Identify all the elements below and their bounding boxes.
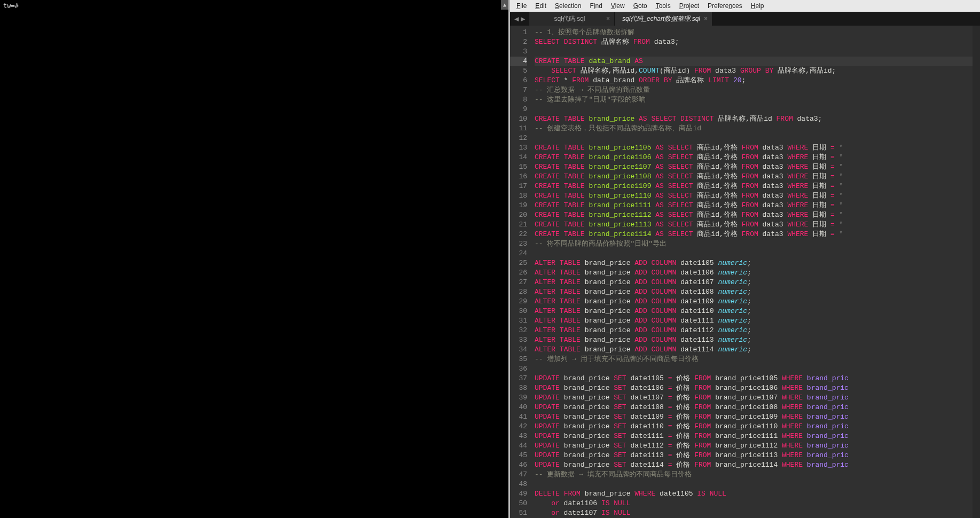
code-line[interactable]: CREATE TABLE brand_price1112 AS SELECT 商…	[535, 210, 980, 220]
code-line[interactable]: UPDATE brand_price SET date1113 = 价格 FRO…	[535, 451, 980, 460]
code-line[interactable]	[535, 249, 980, 258]
line-number: 35	[510, 355, 527, 364]
code-line[interactable]	[535, 134, 980, 143]
line-number: 5	[510, 66, 527, 76]
code-line[interactable]: -- 这里去除掉了"日期"字段的影响	[535, 95, 980, 105]
line-number: 14	[510, 153, 527, 162]
line-number: 38	[510, 383, 527, 393]
tab-bar: ◀ ▶ sql代码.sql × sql代码_echart数据整理.sql ×	[510, 12, 980, 26]
close-icon[interactable]: ×	[606, 15, 610, 22]
code-line[interactable]: CREATE TABLE brand_price1114 AS SELECT 商…	[535, 230, 980, 239]
code-line[interactable]: ALTER TABLE brand_price ADD COLUMN date1…	[535, 287, 980, 297]
code-line[interactable]	[535, 364, 980, 374]
code-line[interactable]: ALTER TABLE brand_price ADD COLUMN date1…	[535, 297, 980, 307]
code-line[interactable]: DELETE FROM brand_price WHERE date1105 I…	[535, 489, 980, 499]
code-line[interactable]: CREATE TABLE brand_price1105 AS SELECT 商…	[535, 143, 980, 153]
vertical-scrollbar[interactable]	[973, 26, 980, 518]
line-number: 29	[510, 297, 527, 307]
code-line[interactable]: ALTER TABLE brand_price ADD COLUMN date1…	[535, 335, 980, 345]
line-number: 33	[510, 335, 527, 345]
tab-next-icon[interactable]: ▶	[520, 15, 526, 22]
menu-file[interactable]: File	[512, 1, 531, 11]
tab-active[interactable]: sql代码_echart数据整理.sql ×	[615, 12, 712, 26]
menu-find[interactable]: Find	[585, 1, 606, 11]
line-number: 39	[510, 393, 527, 403]
code-line[interactable]: UPDATE brand_price SET date1108 = 价格 FRO…	[535, 403, 980, 412]
code-line[interactable]: or date1107 IS NULL	[535, 508, 980, 518]
code-line[interactable]: -- 创建空表格，只包括不同品牌的品牌名称、商品id	[535, 124, 980, 134]
code-line[interactable]: CREATE TABLE brand_price1108 AS SELECT 商…	[535, 172, 980, 182]
code-line[interactable]: UPDATE brand_price SET date1112 = 价格 FRO…	[535, 441, 980, 451]
code-line[interactable]: CREATE TABLE brand_price1109 AS SELECT 商…	[535, 182, 980, 191]
code-line[interactable]: -- 1、按照每个品牌做数据拆解	[535, 28, 980, 37]
code-line[interactable]: CREATE TABLE brand_price1110 AS SELECT 商…	[535, 191, 980, 201]
line-number: 2	[510, 37, 527, 47]
code-line[interactable]: UPDATE brand_price SET date1111 = 价格 FRO…	[535, 431, 980, 441]
menu-preferences[interactable]: Preferences	[703, 1, 747, 11]
code-line[interactable]: SELECT 品牌名称,商品id,COUNT(商品id) FROM data3 …	[535, 66, 980, 76]
line-number: 49	[510, 489, 527, 499]
line-number: 27	[510, 278, 527, 287]
tab-prev-icon[interactable]: ◀	[513, 15, 520, 22]
menu-goto[interactable]: Goto	[629, 1, 652, 11]
line-number: 11	[510, 124, 527, 134]
menu-tools[interactable]: Tools	[652, 1, 675, 11]
code-line[interactable]: ALTER TABLE brand_price ADD COLUMN date1…	[535, 326, 980, 335]
code-line[interactable]: UPDATE brand_price SET date1107 = 价格 FRO…	[535, 393, 980, 403]
menu-help[interactable]: Help	[747, 1, 769, 11]
code-line[interactable]: -- 汇总数据 → 不同品牌的商品数量	[535, 85, 980, 95]
code-line[interactable]: ALTER TABLE brand_price ADD COLUMN date1…	[535, 278, 980, 287]
line-number: 25	[510, 258, 527, 268]
line-number: 44	[510, 441, 527, 451]
line-number: 37	[510, 374, 527, 383]
tab-inactive[interactable]: sql代码.sql ×	[529, 12, 615, 26]
code-line[interactable]: UPDATE brand_price SET date1105 = 价格 FRO…	[535, 374, 980, 383]
menu-edit[interactable]: Edit	[531, 1, 551, 11]
code-line[interactable]: -- 将不同品牌的商品价格按照"日期"导出	[535, 239, 980, 249]
code-area[interactable]: -- 1、按照每个品牌做数据拆解SELECT DISTINCT 品牌名称 FRO…	[530, 26, 980, 518]
code-line[interactable]: UPDATE brand_price SET date1110 = 价格 FRO…	[535, 422, 980, 431]
code-line[interactable]: ALTER TABLE brand_price ADD COLUMN date1…	[535, 345, 980, 355]
line-number: 19	[510, 201, 527, 210]
line-number: 41	[510, 412, 527, 422]
code-line[interactable]: CREATE TABLE brand_price1111 AS SELECT 商…	[535, 201, 980, 210]
code-line[interactable]	[535, 47, 980, 57]
line-number: 46	[510, 460, 527, 470]
code-line[interactable]: ALTER TABLE brand_price ADD COLUMN date1…	[535, 307, 980, 316]
menu-view[interactable]: View	[607, 1, 629, 11]
code-line[interactable]: CREATE TABLE brand_price1113 AS SELECT 商…	[535, 220, 980, 230]
code-line[interactable]: UPDATE brand_price SET date1109 = 价格 FRO…	[535, 412, 980, 422]
line-number: 24	[510, 249, 527, 258]
line-number: 17	[510, 182, 527, 191]
terminal-scroll-up[interactable]: ▲	[501, 0, 508, 10]
code-line[interactable]: SELECT * FROM data_brand ORDER BY 品牌名称 L…	[535, 76, 980, 85]
code-line[interactable]: CREATE TABLE data_brand AS	[535, 57, 980, 66]
line-number: 34	[510, 345, 527, 355]
code-line[interactable]: ALTER TABLE brand_price ADD COLUMN date1…	[535, 316, 980, 326]
code-line[interactable]: or date1106 IS NULL	[535, 499, 980, 508]
line-number: 32	[510, 326, 527, 335]
line-number: 23	[510, 239, 527, 249]
code-line[interactable]: -- 增加列 → 用于填充不同品牌的不同商品每日价格	[535, 355, 980, 364]
code-line[interactable]: -- 更新数据 → 填充不同品牌的不同商品每日价格	[535, 470, 980, 480]
code-line[interactable]: CREATE TABLE brand_price AS SELECT DISTI…	[535, 114, 980, 124]
menu-project[interactable]: Project	[675, 1, 703, 11]
code-line[interactable]	[535, 105, 980, 114]
code-line[interactable]: CREATE TABLE brand_price1107 AS SELECT 商…	[535, 162, 980, 172]
terminal-pane[interactable]: tw=# ▲	[0, 0, 508, 518]
code-editor[interactable]: 1234567891011121314151617181920212223242…	[510, 26, 980, 518]
code-line[interactable]: CREATE TABLE brand_price1106 AS SELECT 商…	[535, 153, 980, 162]
code-line[interactable]: ALTER TABLE brand_price ADD COLUMN date1…	[535, 258, 980, 268]
line-number: 28	[510, 287, 527, 297]
code-line[interactable]: UPDATE brand_price SET date1114 = 价格 FRO…	[535, 460, 980, 470]
menu-selection[interactable]: Selection	[551, 1, 585, 11]
tab-label: sql代码_echart数据整理.sql	[622, 14, 700, 23]
code-line[interactable]: SELECT DISTINCT 品牌名称 FROM data3;	[535, 37, 980, 47]
code-line[interactable]	[535, 480, 980, 489]
code-line[interactable]: ALTER TABLE brand_price ADD COLUMN date1…	[535, 268, 980, 278]
code-line[interactable]: UPDATE brand_price SET date1106 = 价格 FRO…	[535, 383, 980, 393]
close-icon[interactable]: ×	[704, 15, 708, 22]
line-number: 7	[510, 85, 527, 95]
tab-label: sql代码.sql	[554, 14, 585, 23]
line-number: 51	[510, 508, 527, 518]
